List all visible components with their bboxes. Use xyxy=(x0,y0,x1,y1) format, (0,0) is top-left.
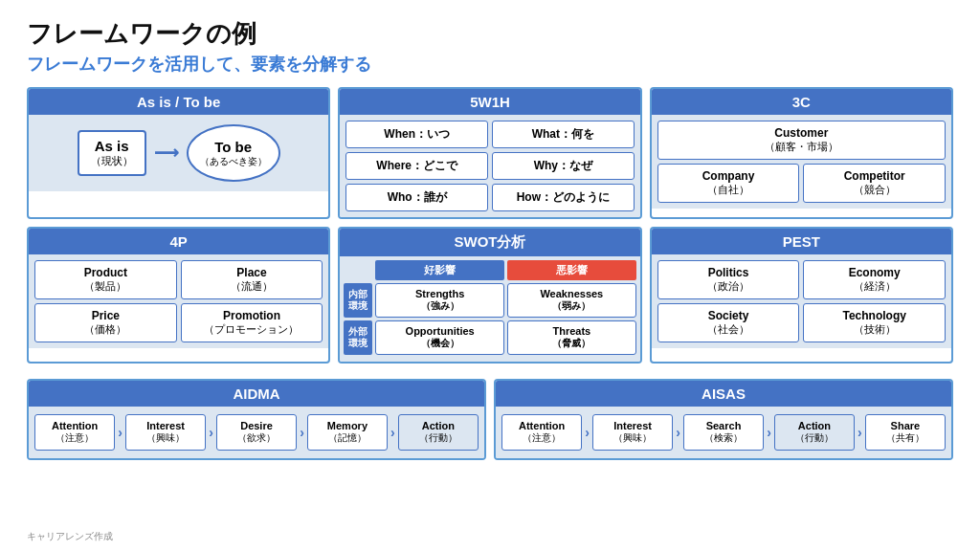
aisas-header: AISAS xyxy=(496,381,951,407)
aidma-step-2: Desire （欲求） xyxy=(216,414,297,451)
footer-note: キャリアレンズ作成 xyxy=(27,530,113,543)
swot-internal-row: 内部環境 Strengths （強み） Weaknesses （弱み） xyxy=(344,283,635,318)
pest-header: PEST xyxy=(652,229,951,254)
threec-competitor: Competitor （競合） xyxy=(803,164,946,203)
swot-weaknesses: Weaknesses （弱み） xyxy=(507,283,636,318)
aisas-step-3: Action （行動） xyxy=(774,414,855,451)
fourp-promotion: Promotion （プロモーション） xyxy=(181,303,323,342)
tobe-item: To be （あるべき姿） xyxy=(187,124,280,182)
swot-positive-label: 好影響 xyxy=(375,260,504,280)
fourp-body: Product （製品） Place （流通） Price （価格） Promo… xyxy=(29,254,328,348)
threec-customer: Customer （顧客・市場） xyxy=(657,121,946,160)
swot-header: SWOT分析 xyxy=(340,229,639,256)
aidma-arrow-4: › xyxy=(390,425,395,440)
swot-box: SWOT分析 好影響 悪影響 内部環境 Strengths （強み） Weakn… xyxy=(338,227,641,364)
threec-box: 3C Customer （顧客・市場） Company （自社） Competi… xyxy=(650,87,953,219)
asis-item: As is （現状） xyxy=(78,130,146,176)
threec-body: Customer （顧客・市場） Company （自社） Competitor… xyxy=(652,115,951,209)
pest-economy: Economy （経済） xyxy=(803,260,946,299)
aisas-arrow-3: › xyxy=(767,425,771,440)
aidma-step-1: Interest （興味） xyxy=(125,414,206,451)
threec-header: 3C xyxy=(652,89,951,115)
fourp-product: Product （製品） xyxy=(34,260,177,299)
aidma-arrow-2: › xyxy=(209,425,213,440)
swot-external-row: 外部環境 Opportunities （機会） Threats （脅威） xyxy=(344,320,635,355)
swot-internal-label: 内部環境 xyxy=(344,283,372,318)
swot-header-row: 好影響 悪影響 xyxy=(344,260,635,280)
aisas-arrow-2: › xyxy=(676,425,680,440)
page-subtitle: フレームワークを活用して、要素を分解する xyxy=(27,53,953,76)
pest-box: PEST Politics （政治） Economy （経済） Society … xyxy=(650,227,953,364)
fivew-cell-5: How：どのように xyxy=(492,184,635,211)
pest-technology: Technology （技術） xyxy=(803,303,946,342)
bottom-row: AIDMA Attention （注意） › Interest （興味） › D… xyxy=(27,379,953,460)
swot-body: 好影響 悪影響 内部環境 Strengths （強み） Weaknesses （… xyxy=(340,256,639,362)
aisas-arrow-1: › xyxy=(585,425,590,440)
aisas-body: Attention （注意） › Interest （興味） › Search … xyxy=(496,407,951,458)
pest-society: Society （社会） xyxy=(657,303,800,342)
aidma-box: AIDMA Attention （注意） › Interest （興味） › D… xyxy=(27,379,486,460)
fivew1h-box: 5W1H When：いつ What：何を Where：どこで Why：なぜ Wh… xyxy=(338,87,641,219)
fourp-box: 4P Product （製品） Place （流通） Price （価格） Pr… xyxy=(27,227,330,364)
aisas-step-0: Attention （注意） xyxy=(501,414,582,451)
fourp-price: Price （価格） xyxy=(34,303,177,342)
fivew1h-body: When：いつ What：何を Where：どこで Why：なぜ Who：誰が … xyxy=(340,115,639,217)
fourp-header: 4P xyxy=(29,229,328,254)
fivew1h-header: 5W1H xyxy=(340,89,639,115)
fivew-cell-4: Who：誰が xyxy=(345,184,488,211)
aisas-box: AISAS Attention （注意） › Interest （興味） › S… xyxy=(494,379,953,460)
asis-body: As is （現状） ⟶ To be （あるべき姿） xyxy=(29,115,328,191)
main-grid: As is / To be As is （現状） ⟶ To be （あるべき姿）… xyxy=(27,87,953,371)
aidma-step-4: Action （行動） xyxy=(398,414,479,451)
pest-body: Politics （政治） Economy （経済） Society （社会） … xyxy=(652,254,951,348)
aidma-step-3: Memory （記憶） xyxy=(307,414,388,451)
page: フレームワークの例 フレームワークを活用して、要素を分解する As is / T… xyxy=(0,0,980,470)
asis-arrow-icon: ⟶ xyxy=(154,143,179,164)
swot-threats: Threats （脅威） xyxy=(507,320,636,355)
pest-politics: Politics （政治） xyxy=(657,260,800,299)
asis-header: As is / To be xyxy=(29,89,328,115)
fivew-cell-0: When：いつ xyxy=(345,121,488,148)
page-title: フレームワークの例 xyxy=(27,17,953,51)
aidma-step-0: Attention （注意） xyxy=(34,414,115,451)
aisas-step-1: Interest （興味） xyxy=(592,414,673,451)
swot-strengths: Strengths （強み） xyxy=(375,283,504,318)
aidma-arrow-1: › xyxy=(118,425,122,440)
asis-box: As is / To be As is （現状） ⟶ To be （あるべき姿） xyxy=(27,87,330,219)
aidma-body: Attention （注意） › Interest （興味） › Desire … xyxy=(29,407,484,458)
fourp-place: Place （流通） xyxy=(181,260,323,299)
swot-negative-label: 悪影響 xyxy=(507,260,636,280)
aidma-header: AIDMA xyxy=(29,381,484,407)
swot-external-label: 外部環境 xyxy=(344,320,372,355)
swot-opportunities: Opportunities （機会） xyxy=(375,320,504,355)
aisas-step-4: Share （共有） xyxy=(865,414,946,451)
fivew-cell-2: Where：どこで xyxy=(345,152,488,180)
fivew-cell-1: What：何を xyxy=(492,121,635,148)
fivew-cell-3: Why：なぜ xyxy=(492,152,635,180)
aisas-arrow-4: › xyxy=(858,425,862,440)
aisas-step-2: Search （検索） xyxy=(683,414,764,451)
aidma-arrow-3: › xyxy=(300,425,304,440)
threec-company: Company （自社） xyxy=(657,164,800,203)
